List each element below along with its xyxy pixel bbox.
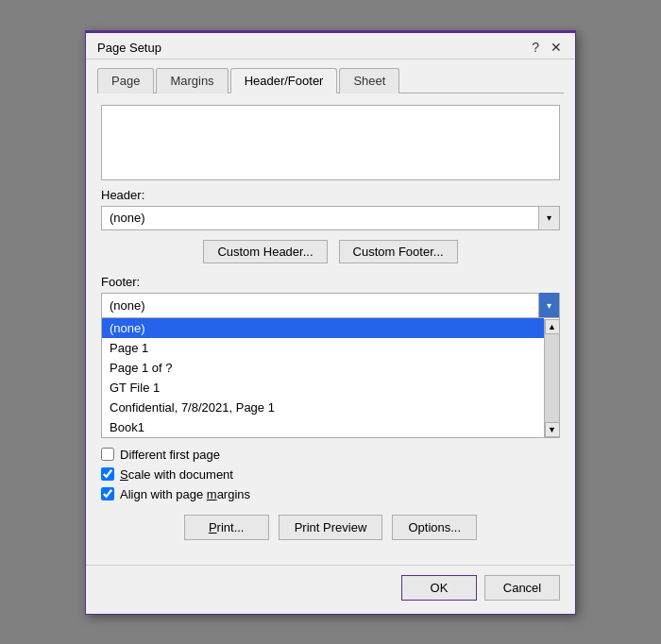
footer-dropdown-list: (none) Page 1 Page 1 of ? GT File 1 Conf… xyxy=(102,318,559,437)
scale-with-document-checkbox[interactable] xyxy=(101,467,114,481)
footer-dropdown[interactable]: (none) ▾ (none) Page 1 Page 1 of ? GT Fi… xyxy=(101,293,560,438)
close-button[interactable]: ✕ xyxy=(547,41,566,54)
footer-row: OK Cancel xyxy=(86,565,575,614)
tab-margins[interactable]: Margins xyxy=(156,68,228,93)
header-preview-box xyxy=(101,105,560,180)
tab-header-footer[interactable]: Header/Footer xyxy=(230,68,338,93)
footer-dropdown-wrapper: (none) ▾ (none) Page 1 Page 1 of ? GT Fi… xyxy=(101,293,560,438)
align-with-margins-label: Align with page margins xyxy=(120,487,250,501)
title-bar: Page Setup ? ✕ xyxy=(86,33,575,59)
dialog-content: Header: (none) ▾ Custom Header... Custom… xyxy=(86,93,575,565)
action-buttons-row: Print... Print Preview Options... xyxy=(101,515,560,540)
tab-sheet[interactable]: Sheet xyxy=(339,68,399,93)
footer-option-confidential[interactable]: Confidential, 7/8/2021, Page 1 xyxy=(102,398,544,417)
options-button[interactable]: Options... xyxy=(392,515,477,540)
footer-scrollbar: ▲ ▼ xyxy=(544,319,559,437)
scroll-up-button[interactable]: ▲ xyxy=(545,319,560,334)
footer-dropdown-value: (none) xyxy=(102,295,538,316)
print-underline: P xyxy=(209,520,217,534)
different-first-page-row: Different first page xyxy=(101,448,560,462)
scroll-down-button[interactable]: ▼ xyxy=(545,422,560,437)
scroll-track xyxy=(545,334,559,422)
scale-with-document-row: Scale with document xyxy=(101,467,560,482)
footer-dropdown-toggle[interactable]: ▾ xyxy=(538,293,559,317)
help-button[interactable]: ? xyxy=(528,41,543,54)
custom-header-button[interactable]: Custom Header... xyxy=(203,240,327,263)
different-first-page-checkbox[interactable] xyxy=(101,448,114,461)
tabs-row: Page Margins Header/Footer Sheet xyxy=(86,59,575,93)
footer-list-items: (none) Page 1 Page 1 of ? GT File 1 Conf… xyxy=(102,318,544,437)
margins-underline: m xyxy=(207,487,217,501)
different-first-page-label: Different first page xyxy=(120,448,220,462)
print-button[interactable]: Print... xyxy=(184,515,269,540)
custom-footer-button[interactable]: Custom Footer... xyxy=(339,240,458,263)
cancel-button[interactable]: Cancel xyxy=(484,575,560,601)
footer-option-page1-of[interactable]: Page 1 of ? xyxy=(102,358,544,378)
footer-option-book1[interactable]: Book1 xyxy=(102,417,544,437)
checkboxes-section: Different first page Scale with document… xyxy=(101,448,560,501)
header-dropdown-arrow[interactable]: ▾ xyxy=(539,206,560,230)
page-setup-dialog: Page Setup ? ✕ Page Margins Header/Foote… xyxy=(85,30,576,615)
ok-button[interactable]: OK xyxy=(401,575,477,601)
custom-buttons-row: Custom Header... Custom Footer... xyxy=(101,240,560,263)
tab-page[interactable]: Page xyxy=(97,68,154,93)
title-bar-controls: ? ✕ xyxy=(528,41,566,54)
header-select-field[interactable]: (none) xyxy=(101,206,539,230)
dialog-title: Page Setup xyxy=(97,41,161,55)
footer-option-none[interactable]: (none) xyxy=(102,318,544,338)
footer-label: Footer: xyxy=(101,275,560,289)
scale-with-document-label: Scale with document xyxy=(120,467,233,482)
header-select-row: (none) ▾ xyxy=(101,206,560,230)
header-label: Header: xyxy=(101,188,560,202)
print-preview-button[interactable]: Print Preview xyxy=(279,515,383,540)
footer-option-gt-file[interactable]: GT File 1 xyxy=(102,378,544,398)
footer-dropdown-header[interactable]: (none) ▾ xyxy=(102,294,559,318)
align-with-margins-checkbox[interactable] xyxy=(101,487,114,500)
scale-underline: S xyxy=(120,467,128,482)
align-with-margins-row: Align with page margins xyxy=(101,487,560,501)
footer-option-page1[interactable]: Page 1 xyxy=(102,338,544,358)
